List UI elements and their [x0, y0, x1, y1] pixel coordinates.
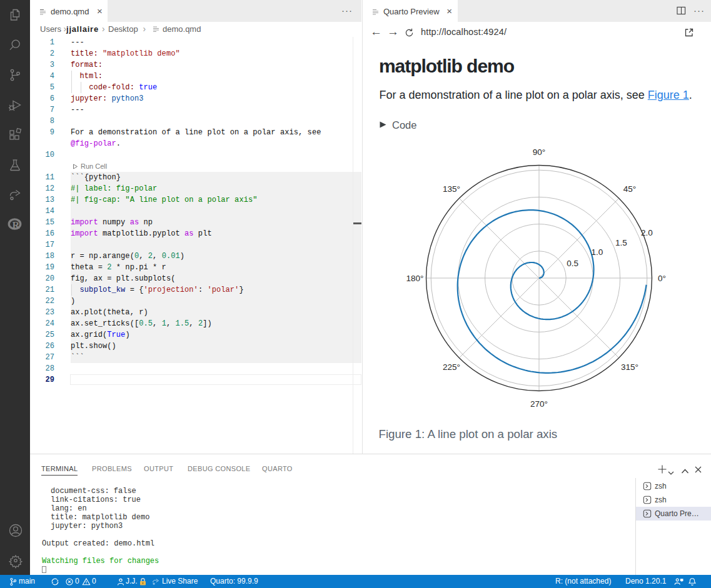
svg-text:0.5: 0.5	[567, 259, 578, 268]
svg-text:315°: 315°	[621, 362, 638, 372]
svg-text:1.0: 1.0	[591, 247, 603, 257]
svg-text:45°: 45°	[623, 184, 636, 194]
svg-text:90°: 90°	[533, 147, 545, 157]
svg-text:2.0: 2.0	[641, 228, 653, 237]
svg-text:R: R	[12, 220, 19, 231]
svg-text:225°: 225°	[443, 362, 460, 372]
svg-text:0°: 0°	[658, 274, 666, 283]
svg-text:135°: 135°	[443, 184, 460, 194]
svg-text:180°: 180°	[406, 274, 424, 283]
svg-text:1.5: 1.5	[615, 238, 627, 247]
svg-text:270°: 270°	[530, 399, 548, 409]
